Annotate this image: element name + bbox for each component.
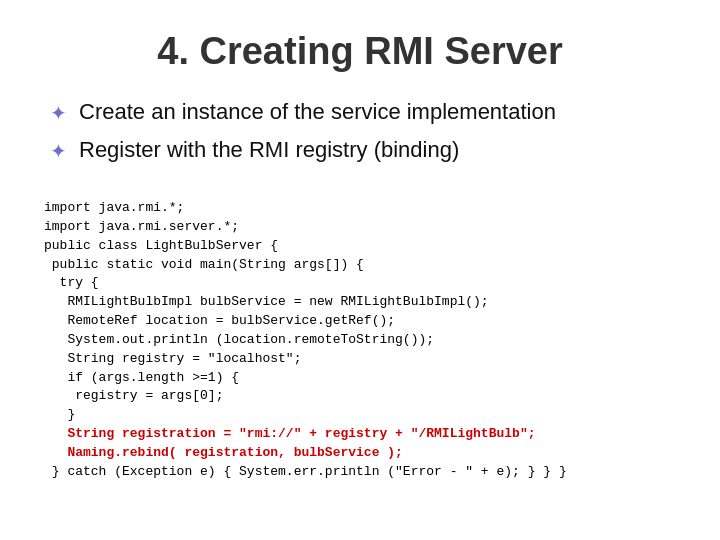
bullet-item-1: ✦ Create an instance of the service impl… (50, 97, 680, 127)
bullet-item-2: ✦ Register with the RMI registry (bindin… (50, 135, 680, 165)
bullet-text-2: Register with the RMI registry (binding) (79, 135, 459, 165)
bullet-icon-2: ✦ (50, 138, 67, 165)
bullet-list: ✦ Create an instance of the service impl… (50, 97, 680, 173)
slide-title: 4. Creating RMI Server (40, 30, 680, 73)
code-line-highlight-1: String registration = "rmi://" + registr… (44, 426, 535, 460)
code-block: import java.rmi.*; import java.rmi.serve… (40, 195, 680, 510)
bullet-text-1: Create an instance of the service implem… (79, 97, 556, 127)
slide: 4. Creating RMI Server ✦ Create an insta… (0, 0, 720, 540)
code-line-1: import java.rmi.*; import java.rmi.serve… (44, 200, 489, 422)
code-line-2: } catch (Exception e) { System.err.print… (44, 464, 567, 479)
bullet-icon-1: ✦ (50, 100, 67, 127)
